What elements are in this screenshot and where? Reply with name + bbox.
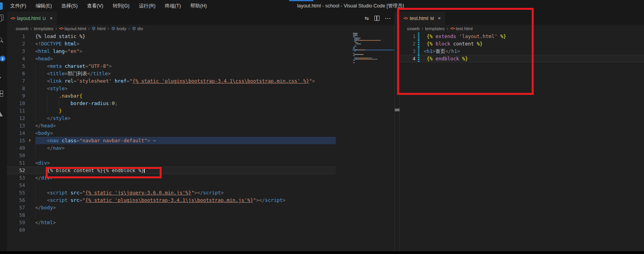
code-line-12[interactable]: 12 </style>	[7, 114, 336, 122]
tab-bar-right: <> test.html M ×	[400, 12, 644, 25]
extensions-icon[interactable]	[0, 89, 4, 98]
line-number: 51	[7, 159, 25, 167]
close-tab-icon[interactable]: ×	[50, 15, 53, 21]
line-number: 59	[7, 219, 25, 226]
editor-group-divider[interactable]	[394, 25, 395, 251]
breadcrumb-item-layout-html[interactable]: <>layout.html	[59, 26, 86, 31]
menu-bar: 文件(F)编辑(E)选择(S)查看(V)转到(G)运行(R)终端(T)帮助(H)	[5, 0, 212, 12]
code-line-53[interactable]: 53</div>	[7, 174, 336, 181]
code-line-8[interactable]: 8 <style>	[7, 85, 336, 92]
menu-item-v[interactable]: 查看(V)	[82, 3, 108, 9]
more-actions-icon[interactable]: ···	[385, 15, 391, 21]
breadcrumb: sxweb›templates›<>test.html	[400, 25, 644, 32]
code-line-59[interactable]: 59</html>	[7, 219, 336, 226]
code-line-11[interactable]: 11 }	[7, 107, 336, 114]
menu-item-e[interactable]: 编辑(E)	[31, 3, 57, 9]
code-editor-test-html[interactable]: 1 {% extends 'layout.html' %}2 {% block …	[400, 32, 644, 251]
menu-item-f[interactable]: 文件(F)	[5, 3, 31, 9]
line-number: 4	[7, 55, 25, 62]
line-number: 55	[7, 189, 25, 196]
split-editor-icon[interactable]	[374, 16, 380, 21]
code-line-2[interactable]: 2<!DOCTYPE html>	[7, 40, 336, 47]
vscode-logo-icon[interactable]	[0, 2, 3, 10]
code-line-52[interactable]: 52 {% block content %}{% endblock %}	[7, 167, 336, 174]
breadcrumb-separator-icon: ›	[55, 26, 57, 31]
run-and-debug-icon[interactable]	[0, 74, 4, 82]
code-line-9[interactable]: 9 .navbar{	[7, 92, 336, 100]
line-number: 56	[7, 196, 25, 204]
source-control-badge: 2	[0, 56, 5, 62]
code-line-10[interactable]: 10 border-radius:0;	[7, 100, 336, 107]
breadcrumb-item-test-html[interactable]: <>test.html	[450, 26, 473, 31]
line-number: 54	[7, 181, 25, 189]
line-number: 3	[7, 47, 25, 55]
menu-item-h[interactable]: 帮助(H)	[185, 3, 211, 9]
code-line-56[interactable]: 56 <script src="{% static 'plugins\boots…	[7, 196, 336, 204]
line-number: 50	[7, 152, 25, 159]
breadcrumb: sxweb›templates›<>layout.html›html›body›…	[7, 25, 394, 32]
window-title: layout.html - school - Visual Studio Cod…	[253, 0, 448, 12]
symbol-cube-icon	[132, 26, 136, 31]
code-text: <body>	[35, 129, 336, 137]
code-line-6[interactable]: 6 <title>部门列表</title>	[7, 70, 336, 77]
code-text: {% block content %}	[424, 40, 644, 47]
testing-icon[interactable]	[0, 111, 4, 119]
line-number: 5	[7, 62, 25, 70]
tab-test-html[interactable]: <> test.html M ×	[400, 12, 445, 25]
code-line-1[interactable]: 1 {% extends 'layout.html' %}	[400, 33, 644, 40]
vscode-window: 文件(F)编辑(E)选择(S)查看(V)转到(G)运行(R)终端(T)帮助(H)…	[0, 0, 644, 254]
scrollbar-thumb[interactable]	[395, 109, 399, 111]
code-line-4[interactable]: 4 {% endblock %}	[400, 55, 644, 62]
breadcrumb-item-templates[interactable]: templates	[34, 26, 54, 31]
line-number: 15	[7, 137, 25, 144]
html-file-icon: <>	[11, 16, 15, 21]
code-line-13[interactable]: 13</head>	[7, 122, 336, 129]
code-line-3[interactable]: 3<html lang="en">	[7, 47, 336, 55]
search-icon[interactable]	[0, 36, 4, 45]
code-line-58[interactable]: 58	[7, 211, 336, 219]
breadcrumb-item-html[interactable]: html	[92, 26, 106, 31]
breadcrumb-separator-icon: ›	[422, 26, 423, 31]
code-line-51[interactable]: 51<div>	[7, 159, 336, 167]
open-changes-icon[interactable]: ⇆	[365, 15, 369, 21]
code-line-14[interactable]: 14<body>	[7, 129, 336, 137]
code-line-54[interactable]: 54	[7, 181, 336, 189]
minimap[interactable]	[352, 33, 394, 67]
code-text	[35, 181, 336, 189]
menu-item-g[interactable]: 转到(G)	[108, 3, 134, 9]
code-line-3[interactable]: 3<h1>首页</h1>	[400, 47, 644, 55]
code-line-49[interactable]: 49 </nav>	[7, 144, 336, 152]
breadcrumb-item-div[interactable]: div	[132, 26, 143, 31]
code-text: {% block content %}{% endblock %}	[35, 167, 336, 174]
tab-label: test.html	[410, 16, 428, 21]
code-line-7[interactable]: 7 <link rel='stylesheet' href="{% static…	[7, 77, 336, 85]
menu-item-t[interactable]: 终端(T)	[160, 3, 185, 9]
code-text: {% extends 'layout.html' %}	[424, 33, 644, 40]
code-line-50[interactable]: 50	[7, 152, 336, 159]
close-tab-icon[interactable]: ×	[438, 15, 441, 21]
fold-chevron-icon[interactable]: ›	[26, 136, 34, 144]
code-line-15[interactable]: 15› <nav class="navbar navbar-default"> …	[7, 137, 336, 144]
code-text: }	[35, 107, 336, 114]
code-line-5[interactable]: 5 <meta charset="UTF-8">	[7, 62, 336, 70]
line-number: 2	[400, 40, 416, 47]
files-icon[interactable]	[0, 14, 4, 23]
code-line-4[interactable]: 4<head>	[7, 55, 336, 62]
code-line-60[interactable]: 60	[7, 226, 336, 234]
menu-item-r[interactable]: 运行(R)	[134, 3, 160, 9]
menu-item-s[interactable]: 选择(S)	[57, 3, 83, 9]
code-line-57[interactable]: 57</body>	[7, 204, 336, 211]
line-number: 8	[7, 85, 25, 92]
code-editor-layout-html[interactable]: 1{% load static %}2<!DOCTYPE html>3<html…	[7, 32, 394, 251]
code-text: <meta charset="UTF-8">	[35, 62, 336, 70]
code-line-1[interactable]: 1{% load static %}	[7, 33, 336, 40]
tab-layout-html[interactable]: <> layout.html U ×	[7, 12, 57, 25]
symbol-cube-icon	[111, 26, 115, 31]
breadcrumb-item-body[interactable]: body	[111, 26, 126, 31]
code-line-55[interactable]: 55 <script src="{% static 'js\jquery-3.6…	[7, 189, 336, 196]
code-text: </head>	[35, 122, 336, 129]
breadcrumb-item-templates[interactable]: templates	[425, 26, 445, 31]
code-line-2[interactable]: 2 {% block content %}	[400, 40, 644, 47]
breadcrumb-item-sxweb[interactable]: sxweb	[407, 26, 420, 31]
breadcrumb-item-sxweb[interactable]: sxweb	[16, 26, 29, 31]
